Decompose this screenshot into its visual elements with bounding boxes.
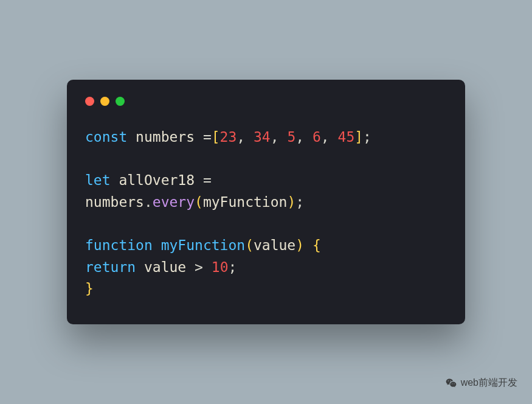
keyword-function: function xyxy=(85,237,153,253)
code-block: const numbers =[23, 34, 5, 6, 45]; let a… xyxy=(85,127,447,300)
semicolon: ; xyxy=(295,194,304,210)
paren-open: ( xyxy=(245,237,254,253)
keyword-let: let xyxy=(85,172,111,188)
space xyxy=(186,259,195,275)
watermark: web前端开发 xyxy=(445,377,517,389)
space xyxy=(203,259,212,275)
window-controls xyxy=(85,97,447,106)
minimize-icon[interactable] xyxy=(100,97,109,106)
argument: myFunction xyxy=(203,194,287,210)
brace-close: } xyxy=(85,280,94,296)
operator: > xyxy=(195,259,203,275)
keyword-const: const xyxy=(85,129,127,145)
keyword-return: return xyxy=(85,259,136,275)
space xyxy=(136,259,144,275)
identifier: value xyxy=(144,259,186,275)
number: 45 xyxy=(338,129,355,145)
operator: = xyxy=(203,172,212,188)
code-window: const numbers =[23, 34, 5, 6, 45]; let a… xyxy=(67,80,465,324)
number: 23 xyxy=(220,129,237,145)
number: 10 xyxy=(212,259,229,275)
bracket-close: ] xyxy=(354,129,363,145)
semicolon: ; xyxy=(363,129,371,145)
function-name: myFunction xyxy=(161,237,245,253)
parameter: value xyxy=(254,237,295,253)
brace-open: { xyxy=(313,237,321,253)
comma: , xyxy=(295,129,313,145)
paren-close: ) xyxy=(295,237,304,253)
comma: , xyxy=(237,129,254,145)
wechat-icon xyxy=(445,377,457,389)
space xyxy=(304,237,313,253)
paren-open: ( xyxy=(195,194,203,210)
space xyxy=(153,237,161,253)
operator: = xyxy=(203,129,212,145)
paren-close: ) xyxy=(287,194,295,210)
watermark-text: web前端开发 xyxy=(461,377,517,389)
identifier: numbers xyxy=(127,129,203,145)
number: 6 xyxy=(313,129,321,145)
method: every xyxy=(153,194,195,210)
number: 5 xyxy=(287,129,295,145)
comma: , xyxy=(321,129,338,145)
bracket-open: [ xyxy=(212,129,220,145)
dot: . xyxy=(144,194,153,210)
comma: , xyxy=(271,129,288,145)
identifier: numbers xyxy=(85,194,144,210)
maximize-icon[interactable] xyxy=(116,97,125,106)
close-icon[interactable] xyxy=(85,97,94,106)
identifier: allOver18 xyxy=(111,172,203,188)
number: 34 xyxy=(254,129,271,145)
semicolon: ; xyxy=(228,259,237,275)
